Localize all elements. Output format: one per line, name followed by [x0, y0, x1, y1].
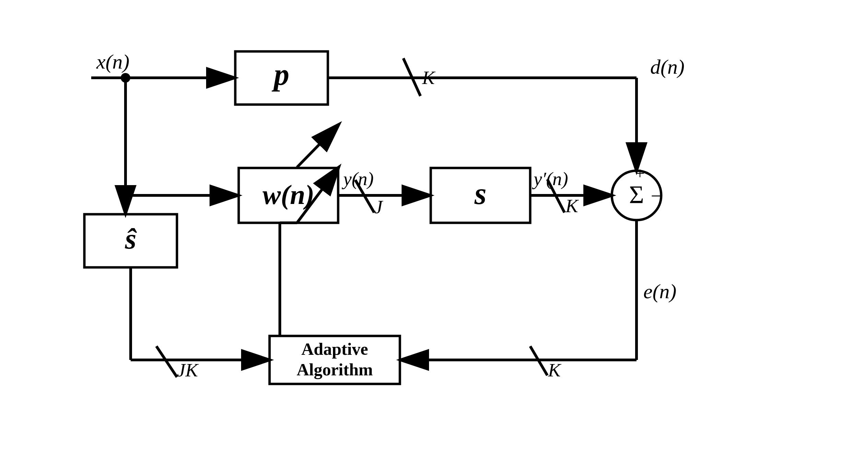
minus-sign: −: [651, 185, 661, 206]
dn-label: d(n): [650, 56, 685, 78]
sum-symbol: Σ: [629, 180, 644, 209]
block-w-label: w(n): [262, 180, 314, 210]
K-label-mid: K: [565, 195, 579, 216]
K-label-top: K: [422, 67, 436, 88]
K-label-bottom: K: [548, 360, 562, 381]
en-label: e(n): [643, 280, 677, 303]
block-adaptive-algorithm-label: Adaptive: [301, 339, 368, 359]
block-p-label: p: [271, 58, 289, 92]
JK-label: JK: [177, 360, 199, 381]
block-adaptive-algorithm-label2: Algorithm: [296, 360, 372, 379]
svg-line-13: [297, 125, 338, 167]
block-s-label: s: [474, 177, 486, 210]
xn-label: x(n): [96, 50, 130, 73]
diagram-container: p w(n) s ŝ Adaptive Algorithm Σ + − x(n): [57, 24, 811, 435]
J-label: J: [374, 196, 383, 217]
block-shat-label: ŝ: [124, 222, 137, 255]
svg-line-25: [156, 346, 177, 377]
